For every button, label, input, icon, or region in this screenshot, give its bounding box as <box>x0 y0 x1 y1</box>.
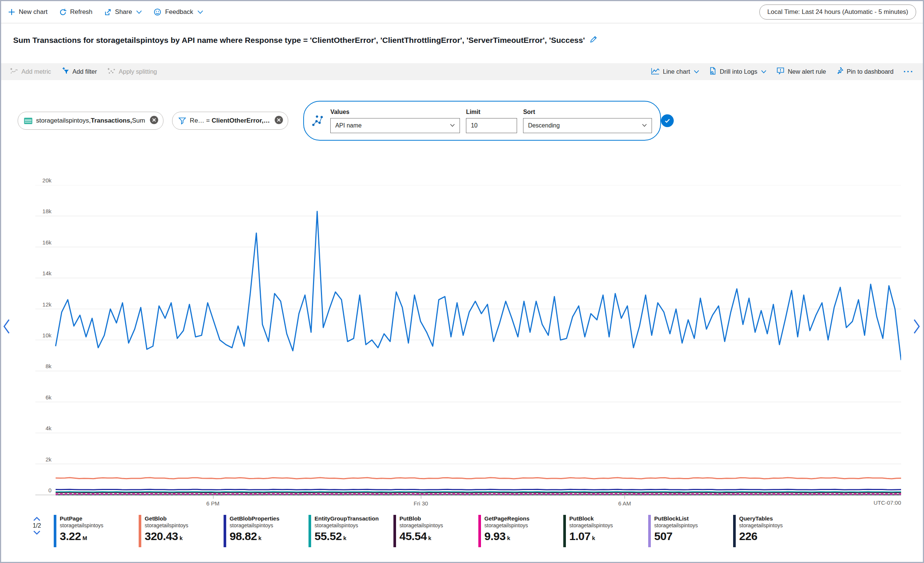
metric-pill[interactable]: storagetailspintoys, Transactions, Sum <box>18 112 163 130</box>
legend-series-name: GetBlob <box>145 515 188 522</box>
scroll-chart-left-chevron[interactable] <box>2 317 11 337</box>
legend-series-name: PutBlock <box>569 515 613 522</box>
legend-swatch <box>54 515 56 547</box>
limit-label: Limit <box>466 109 517 115</box>
new-chart-label: New chart <box>19 8 48 16</box>
apply-splitting-label: Apply splitting <box>119 68 157 75</box>
time-range-button[interactable]: Local Time: Last 24 hours (Automatic - 5… <box>759 5 916 20</box>
feedback-label: Feedback <box>165 8 193 16</box>
chart-type-label: Line chart <box>663 68 690 75</box>
sort-select[interactable]: Descending <box>523 118 652 133</box>
x-axis-tick <box>213 496 213 499</box>
x-axis-tick-label: Fri 30 <box>414 500 428 507</box>
legend-value-row: 507 <box>654 531 698 542</box>
legend-item-GetBlob[interactable]: GetBlobstoragetailspintoys320.43k <box>139 515 224 547</box>
add-filter-label: Add filter <box>73 68 97 75</box>
add-metric-icon <box>10 67 18 76</box>
legend-series-name: GetPageRegions <box>484 515 529 522</box>
apply-splitting-icon <box>107 67 116 76</box>
share-button[interactable]: Share <box>104 8 142 16</box>
legend-value-row: 320.43k <box>145 531 188 542</box>
legend-series-name: PutBlob <box>399 515 443 522</box>
alert-icon <box>776 67 785 76</box>
legend-item-text: PutBlobstoragetailspintoys45.54k <box>399 515 443 547</box>
legend-item-GetPageRegions[interactable]: GetPageRegionsstoragetailspintoys9.93k <box>478 515 563 547</box>
chart-area: 20k18k16k14k12k10k8k6k4k2k0 6 PMFri 306 … <box>1 144 923 515</box>
x-axis-tick <box>421 496 421 499</box>
sort-label: Sort <box>523 109 652 115</box>
series-line-EntityGroupTransaction <box>56 492 901 492</box>
remove-metric-icon[interactable] <box>150 115 159 126</box>
chart-toolbar: Add metric Add filter Apply splitting Li… <box>1 63 923 80</box>
legend-item-PutBlock[interactable]: PutBlockstoragetailspintoys1.07k <box>563 515 648 547</box>
y-axis-tick-label: 6k <box>1 394 51 401</box>
edit-title-pencil-icon[interactable] <box>589 35 597 45</box>
legend-swatch <box>139 515 141 547</box>
feedback-button[interactable]: Feedback <box>153 8 203 16</box>
legend-series-name: GetBlobProperties <box>230 515 280 522</box>
legend-value-row: 226 <box>739 531 783 542</box>
legend-item-text: PutBlockstoragetailspintoys1.07k <box>569 515 613 547</box>
legend-value-row: 98.82k <box>230 531 280 542</box>
values-select[interactable]: API name <box>330 118 460 133</box>
metric-pill-aggregation: Sum <box>132 117 145 124</box>
metric-pill-resource: storagetailspintoys, <box>36 117 91 124</box>
sort-field-group: Sort Descending <box>523 109 652 133</box>
y-axis-tick-label: 12k <box>1 301 51 308</box>
legend-value-row: 55.52k <box>315 531 379 542</box>
metrics-explorer-window: New chart Refresh Share Feedback <box>0 0 924 563</box>
legend-resource-name: storagetailspintoys <box>145 522 188 529</box>
filter-pill-value: ClientOtherError,… <box>212 117 270 124</box>
line-chart-icon <box>651 67 660 76</box>
legend-item-GetBlobProperties[interactable]: GetBlobPropertiesstoragetailspintoys98.8… <box>224 515 309 547</box>
legend-page-down-chevron[interactable] <box>33 530 41 535</box>
legend-item-EntityGroupTransaction[interactable]: EntityGroupTransactionstoragetailspintoy… <box>309 515 393 547</box>
legend-value-unit: k <box>180 535 183 541</box>
x-axis-tick-label: 6 AM <box>618 500 631 507</box>
filter-pill[interactable]: Re… = ClientOtherError,… <box>172 112 288 130</box>
legend-item-PutBlockList[interactable]: PutBlockListstoragetailspintoys507 <box>648 515 733 547</box>
new-alert-rule-button[interactable]: New alert rule <box>776 67 826 76</box>
y-axis-tick-label: 2k <box>1 456 51 463</box>
chevron-down-icon <box>761 68 767 75</box>
share-icon <box>104 8 112 16</box>
legend-series-name: PutBlockList <box>654 515 698 522</box>
legend-swatch <box>393 515 396 547</box>
legend-item-PutBlob[interactable]: PutBlobstoragetailspintoys45.54k <box>393 515 478 547</box>
pin-to-dashboard-label: Pin to dashboard <box>847 68 894 75</box>
scroll-chart-right-chevron[interactable] <box>912 317 921 337</box>
chevron-down-icon <box>694 68 699 75</box>
chevron-down-icon <box>136 10 142 14</box>
legend: 1/2 PutPagestoragetailspintoys3.22MGetBl… <box>20 515 818 547</box>
legend-series-name: PutPage <box>60 515 103 522</box>
legend-page-indicator: 1/2 <box>33 522 41 529</box>
legend-item-text: PutPagestoragetailspintoys3.22M <box>60 515 103 547</box>
legend-swatch <box>309 515 311 547</box>
add-filter-button[interactable]: Add filter <box>62 67 97 76</box>
refresh-button[interactable]: Refresh <box>59 8 93 16</box>
x-axis-tick-label: 6 PM <box>206 500 219 507</box>
legend-value: 1.07 <box>569 531 590 542</box>
remove-filter-icon[interactable] <box>274 115 283 126</box>
legend-series-name: QueryTables <box>739 515 783 522</box>
time-range-label: Local Time: Last 24 hours (Automatic - 5… <box>767 8 908 16</box>
legend-resource-name: storagetailspintoys <box>399 522 443 529</box>
chart-type-button[interactable]: Line chart <box>651 67 699 76</box>
apply-splitting-check-button[interactable] <box>661 114 674 127</box>
drill-into-logs-button[interactable]: Drill into Logs <box>709 67 767 76</box>
apply-splitting-button[interactable]: Apply splitting <box>107 67 157 76</box>
legend-page-up-chevron[interactable] <box>33 516 41 521</box>
add-metric-button[interactable]: Add metric <box>10 67 51 76</box>
refresh-label: Refresh <box>70 8 93 16</box>
pin-to-dashboard-button[interactable]: Pin to dashboard <box>836 67 894 76</box>
legend-item-text: GetBlobstoragetailspintoys320.43k <box>145 515 188 547</box>
legend-item-PutPage[interactable]: PutPagestoragetailspintoys3.22M <box>54 515 139 547</box>
new-chart-button[interactable]: New chart <box>8 8 48 16</box>
more-options-button[interactable]: ··· <box>903 70 914 74</box>
series-line-PutPage <box>56 211 901 360</box>
limit-input[interactable] <box>466 118 517 133</box>
line-chart-plot[interactable] <box>35 185 901 496</box>
legend-item-text: PutBlockListstoragetailspintoys507 <box>654 515 698 547</box>
legend-swatch <box>563 515 566 547</box>
legend-item-QueryTables[interactable]: QueryTablesstoragetailspintoys226 <box>733 515 818 547</box>
